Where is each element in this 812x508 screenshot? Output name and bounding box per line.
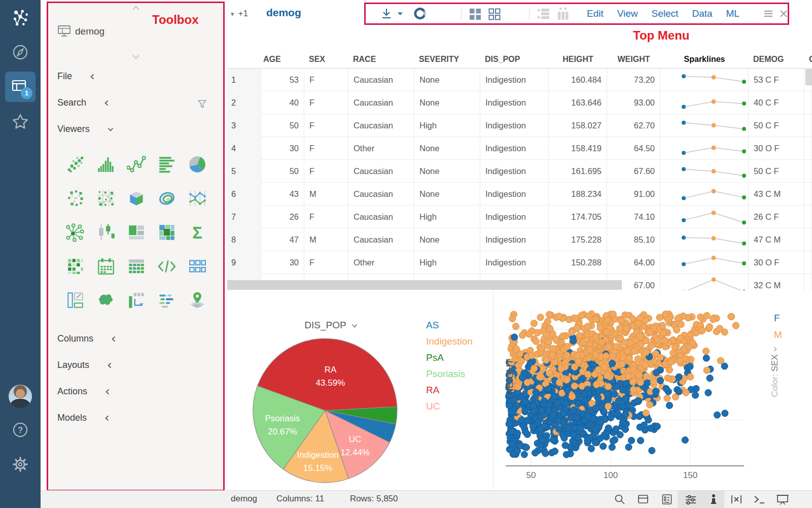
browse-compass-icon[interactable]	[0, 44, 41, 61]
cell-spark[interactable]	[660, 206, 749, 228]
tile-viewer-icon[interactable]	[182, 249, 213, 283]
cell-sex[interactable]: M	[304, 183, 348, 206]
cell-age[interactable]: 50	[261, 160, 304, 183]
column-header-dis_pop[interactable]: DIS_POP	[480, 55, 549, 64]
cell-num[interactable]: 6	[227, 183, 261, 206]
cell-severity[interactable]: High	[414, 251, 480, 274]
cell-severity[interactable]: None	[414, 137, 480, 160]
help-icon[interactable]: ?	[0, 421, 41, 438]
toolbox-dataset-item[interactable]: demog	[57, 25, 104, 38]
cell-age[interactable]: 30	[261, 137, 304, 160]
cell-height[interactable]: 150.288	[549, 251, 607, 274]
table-row[interactable]: 550FCaucasianNoneIndigestion161.69567.60…	[227, 160, 812, 183]
shape-map-icon[interactable]	[91, 283, 121, 317]
settings-gear-icon[interactable]	[0, 456, 41, 473]
box-plot-icon[interactable]	[91, 215, 121, 249]
cell-race[interactable]: Caucasian	[348, 160, 414, 183]
toolbox-section-actions[interactable]: Actions	[57, 386, 111, 397]
cell-sex[interactable]: M	[304, 228, 348, 251]
menu-data[interactable]: Data	[692, 8, 712, 19]
download-button[interactable]	[380, 4, 393, 23]
cell-weight[interactable]: 64.50	[607, 137, 660, 160]
table-row[interactable]: 430FOtherNoneIndigestion158.41964.5030 O…	[227, 137, 812, 160]
calendar-icon[interactable]	[91, 249, 121, 283]
scatter-plot-icon[interactable]	[60, 147, 91, 181]
cell-num[interactable]: 2	[227, 91, 261, 114]
cell-demog[interactable]: 32 C M	[749, 274, 804, 290]
cell-demog[interactable]: 43 C M	[749, 183, 804, 206]
cell-sex[interactable]: F	[304, 91, 348, 114]
column-header-spark[interactable]: Sparklines	[660, 55, 749, 64]
cell-dis_pop[interactable]: Indigestion	[480, 114, 549, 137]
heat-map-icon[interactable]	[152, 215, 182, 249]
cell-weight[interactable]: 62.70	[607, 114, 660, 137]
cell-severity[interactable]: None	[414, 91, 480, 114]
cell-c[interactable]	[804, 91, 812, 114]
toolbox-scroll-down-icon[interactable]	[48, 54, 223, 60]
pivot-table-icon[interactable]	[121, 283, 152, 317]
cell-severity[interactable]: High	[414, 206, 480, 228]
sidebar-item-tables[interactable]: 1	[5, 72, 36, 102]
column-header-sex[interactable]: SEX	[304, 55, 348, 64]
cell-spark[interactable]	[660, 160, 749, 183]
cell-c[interactable]	[804, 160, 812, 183]
cell-age[interactable]: 43	[261, 183, 304, 206]
cell-height[interactable]: 174.705	[549, 206, 607, 228]
info-person-icon[interactable]	[708, 493, 719, 508]
cell-demog[interactable]: 47 C M	[749, 228, 804, 251]
column-header-c[interactable]: C	[804, 55, 812, 64]
cell-demog[interactable]: 26 C F	[749, 206, 804, 228]
tab-demog[interactable]: demog	[266, 7, 301, 19]
cell-weight[interactable]: 74.10	[607, 206, 660, 228]
download-caret-icon[interactable]	[397, 4, 403, 23]
cell-age[interactable]: 26	[261, 206, 304, 228]
histogram-icon[interactable]	[91, 147, 121, 181]
pie-legend-item-Psoriasis[interactable]: Psoriasis	[426, 368, 473, 380]
tree-map-icon[interactable]	[121, 215, 152, 249]
table-row[interactable]: 847MCaucasianNoneIndigestion175.22885.10…	[227, 228, 812, 251]
3d-scatter-plot-icon[interactable]	[121, 181, 152, 215]
console-icon[interactable]	[753, 493, 766, 508]
pie-legend-item-Indigestion[interactable]: Indigestion	[426, 336, 473, 347]
cell-weight[interactable]: 64.00	[607, 251, 660, 274]
cell-spark[interactable]	[660, 91, 749, 114]
cell-dis_pop[interactable]: Indigestion	[480, 228, 549, 251]
cell-dis_pop[interactable]: Indigestion	[480, 137, 549, 160]
cell-severity[interactable]: None	[414, 183, 480, 206]
cell-age[interactable]: 30	[261, 251, 304, 274]
density-plot-icon[interactable]	[152, 181, 182, 215]
cell-sex[interactable]: F	[304, 160, 348, 183]
delete-columns-icon[interactable]	[555, 4, 571, 23]
cell-race[interactable]: Other	[348, 251, 414, 274]
cell-demog[interactable]: 30 O F	[749, 251, 804, 274]
scatter-legend-item-F[interactable]: F	[774, 313, 782, 324]
matrix-plot-icon[interactable]	[91, 181, 121, 215]
markup-icon[interactable]	[152, 249, 182, 283]
cell-demog[interactable]: 50 C F	[749, 114, 804, 137]
status-table-name[interactable]: demog	[231, 494, 257, 504]
cell-sex[interactable]: F	[304, 69, 348, 91]
cell-spark[interactable]	[660, 114, 749, 137]
table-view-icon[interactable]	[637, 493, 649, 508]
cell-c[interactable]	[804, 114, 812, 137]
pie-legend-item-UC[interactable]: UC	[426, 401, 473, 412]
cell-severity[interactable]: None	[414, 69, 480, 91]
favorites-star-icon[interactable]	[0, 113, 41, 131]
toolbox-section-models[interactable]: Models	[57, 413, 110, 423]
pie-chart-icon[interactable]	[182, 147, 213, 181]
cell-severity[interactable]: None	[414, 228, 480, 251]
cell-dis_pop[interactable]: Indigestion	[480, 160, 549, 183]
cell-num[interactable]: 7	[227, 206, 261, 228]
table-row[interactable]: 240FCaucasianNoneIndigestion163.64693.00…	[227, 91, 812, 114]
search-icon[interactable]	[614, 493, 626, 508]
toolbox-section-search[interactable]: Search	[57, 97, 110, 108]
filter-funnel-icon[interactable]	[197, 99, 207, 111]
menu-view[interactable]: View	[617, 8, 638, 19]
pc-plot-icon[interactable]	[182, 181, 213, 215]
map-icon[interactable]	[182, 283, 213, 317]
trellis-plot-icon[interactable]	[60, 181, 91, 215]
toolbox-section-columns[interactable]: Columns	[57, 333, 117, 344]
network-diagram-icon[interactable]	[60, 215, 91, 249]
refresh-icon[interactable]	[412, 4, 428, 23]
cell-dis_pop[interactable]: Indigestion	[480, 251, 549, 274]
